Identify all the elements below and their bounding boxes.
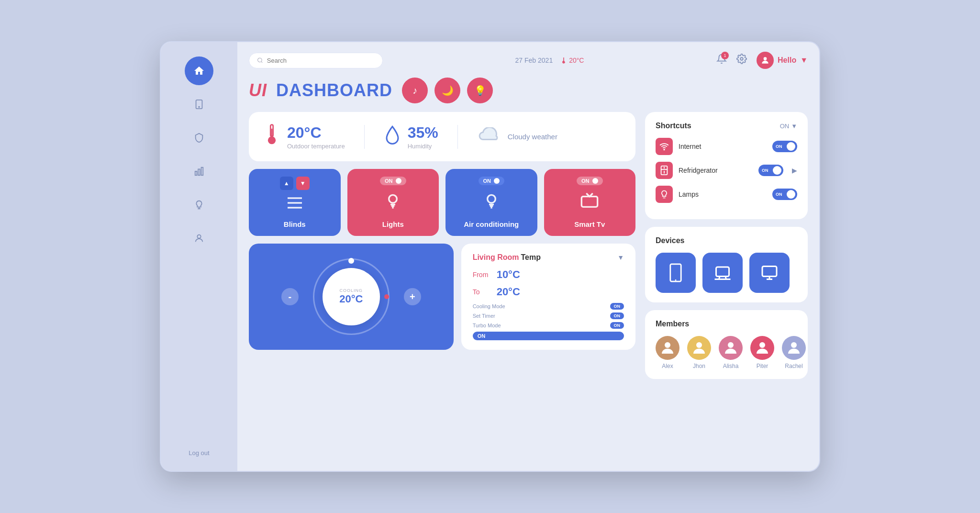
set-timer-toggle[interactable]: ON <box>610 312 624 319</box>
tv-toggle[interactable]: ON <box>577 177 603 185</box>
temperature-item: 20°C Outdoor temperature <box>263 123 345 150</box>
thermostat-minus-button[interactable]: - <box>281 288 299 305</box>
notification-badge: 1 <box>721 52 729 59</box>
search-bar <box>249 53 383 68</box>
sidebar-item-profile[interactable] <box>185 224 213 253</box>
member-alisha[interactable]: Alisha <box>719 336 743 369</box>
fridge-icon-box <box>656 162 673 179</box>
thermostat-plus-button[interactable]: + <box>404 288 421 305</box>
sidebar-item-lamps[interactable] <box>185 190 213 219</box>
shortcuts-dropdown-arrow[interactable]: ▼ <box>791 123 797 130</box>
app-frame: Log out 27 Feb 2021 20°C 1 <box>160 41 820 472</box>
dropdown-chevron[interactable]: ▼ <box>617 254 624 261</box>
laptop-device-box[interactable] <box>702 253 743 293</box>
svg-point-19 <box>389 195 397 203</box>
tv-card[interactable]: ON Smart Tv <box>544 169 636 236</box>
ac-status: ON <box>483 178 491 184</box>
tablet-device-box[interactable] <box>656 253 696 293</box>
svg-point-12 <box>764 57 767 60</box>
dial-outer: COOLING 20°C <box>313 258 390 335</box>
lights-status: ON <box>385 178 393 184</box>
content-body: 20°C Outdoor temperature 35% Humidity <box>249 112 808 461</box>
cloud-icon <box>477 127 501 146</box>
logout-button[interactable]: Log out <box>189 449 209 457</box>
turbo-mode-label: Turbo Mode <box>473 323 501 328</box>
cooling-mode-label: Cooling Mode <box>473 303 505 309</box>
member-jhon-avatar <box>687 336 711 360</box>
cooling-mode-toggle[interactable]: ON <box>610 303 624 310</box>
title-dashboard: DASHBOARD <box>276 80 392 100</box>
fridge-label: Refridgerator <box>679 167 753 174</box>
shortcuts-on-text: ON <box>780 123 790 130</box>
internet-label: Internet <box>679 143 767 150</box>
member-jhon[interactable]: Jhon <box>687 336 711 369</box>
lamps-toggle[interactable]: ON <box>772 189 797 200</box>
tv-icon <box>580 191 599 214</box>
members-title: Members <box>656 320 689 328</box>
internet-toggle[interactable]: ON <box>772 141 797 152</box>
divider2 <box>457 125 458 149</box>
main-content: 27 Feb 2021 20°C 1 Hello <box>237 42 819 471</box>
temp-suffix: Temp <box>521 253 541 262</box>
devices-panel-title: Devices <box>656 236 685 245</box>
temp-badge: 20°C <box>560 55 584 66</box>
svg-point-11 <box>740 57 743 60</box>
search-icon <box>257 57 263 64</box>
turbo-mode-toggle[interactable]: ON <box>610 322 624 329</box>
weather-condition: Cloudy weather <box>508 133 557 141</box>
blinds-card[interactable]: ▲ ▼ Blinds <box>249 169 341 236</box>
notification-button[interactable]: 1 <box>716 54 727 67</box>
shortcuts-status: ON ▼ <box>780 123 797 130</box>
ac-icon <box>482 191 501 214</box>
ac-label: Air conditioning <box>464 220 519 228</box>
member-piter-avatar <box>750 336 774 360</box>
fridge-expand-arrow[interactable]: ▶ <box>792 167 797 174</box>
lamps-label: Lamps <box>679 190 767 198</box>
member-alex-name: Alex <box>662 363 673 369</box>
dropdown-arrow: ▼ <box>800 56 808 65</box>
thermostat-card: - COOLING 20°C + <box>249 244 454 350</box>
ac-toggle[interactable]: ON <box>479 177 505 185</box>
set-timer-row: Set Timer ON <box>473 312 624 319</box>
settings-button[interactable] <box>736 54 747 67</box>
user-button[interactable]: Hello ▼ <box>757 52 808 69</box>
search-input[interactable] <box>267 57 375 64</box>
member-piter[interactable]: Piter <box>750 336 774 369</box>
title-buttons: ♪ 🌙 💡 <box>402 78 493 103</box>
monitor-device-box[interactable] <box>749 253 790 293</box>
bottom-section: - COOLING 20°C + <box>249 244 635 350</box>
internet-toggle-label: ON <box>776 144 782 149</box>
light-button[interactable]: 💡 <box>467 78 493 103</box>
member-piter-name: Piter <box>757 363 768 369</box>
svg-point-35 <box>791 342 797 348</box>
internet-icon-box <box>656 138 673 155</box>
lights-toggle[interactable]: ON <box>380 177 406 185</box>
on-badge[interactable]: ON <box>473 332 624 340</box>
humidity-icon <box>384 125 401 149</box>
user-greeting: Hello <box>778 56 796 65</box>
blinds-icon <box>285 193 304 217</box>
outdoor-temp-label: Outdoor temperature <box>287 143 345 150</box>
lights-card[interactable]: ON Lights <box>347 169 439 236</box>
member-rachel-avatar <box>782 336 806 360</box>
dial-indicator-dot <box>384 294 389 299</box>
music-button[interactable]: ♪ <box>402 78 428 103</box>
blind-up-button[interactable]: ▲ <box>280 177 293 190</box>
temp-panel-header: Living Room Temp ▼ <box>473 253 624 262</box>
ac-card[interactable]: ON Air conditioning <box>445 169 537 236</box>
date-label: 27 Feb 2021 <box>515 56 553 64</box>
sidebar-item-security[interactable] <box>185 123 213 152</box>
device-icons-row <box>656 253 797 293</box>
sidebar-item-analytics[interactable] <box>185 157 213 186</box>
member-alex[interactable]: Alex <box>656 336 679 369</box>
fridge-toggle[interactable]: ON <box>758 165 783 176</box>
night-button[interactable]: 🌙 <box>434 78 460 103</box>
temp-info: 20°C Outdoor temperature <box>287 124 345 150</box>
sidebar-item-tablet[interactable] <box>185 90 213 119</box>
sidebar-item-home[interactable] <box>185 56 213 85</box>
mode-rows: Cooling Mode ON Set Timer ON Turbo Mode … <box>473 303 624 329</box>
blind-down-button[interactable]: ▼ <box>296 177 310 190</box>
temp-panel: Living Room Temp ▼ From 10°C To 20°C <box>461 244 635 350</box>
dial-sublabel: COOLING <box>340 288 363 293</box>
member-rachel[interactable]: Rachel <box>782 336 806 369</box>
